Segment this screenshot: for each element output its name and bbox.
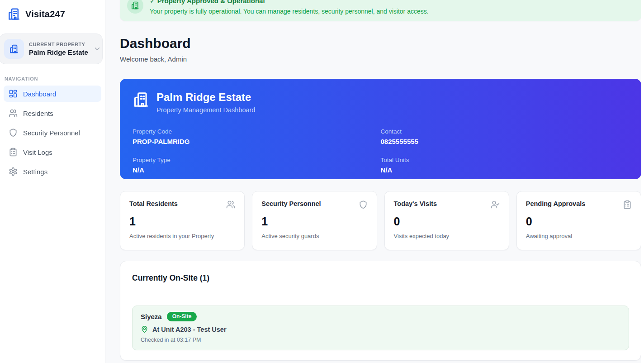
current-property-label: CURRENT PROPERTY bbox=[29, 42, 88, 47]
app-name: Visita247 bbox=[25, 9, 65, 19]
sidebar-nav: Dashboard Residents Security Personnel bbox=[0, 86, 105, 183]
stat-subtitle: Awaiting approval bbox=[526, 233, 632, 239]
field-label: Property Type bbox=[133, 157, 381, 163]
nav-item-label: Residents bbox=[23, 110, 53, 117]
nav-item-label: Security Personnel bbox=[23, 129, 80, 137]
field-label: Total Units bbox=[381, 157, 629, 163]
sidebar-item-security-personnel[interactable]: Security Personnel bbox=[4, 124, 101, 141]
sidebar-footer-divider bbox=[0, 356, 105, 363]
banner-title: ✓ Property Approved & Operational bbox=[150, 0, 429, 5]
field-value: N/A bbox=[381, 166, 629, 174]
property-field-contact: Contact 0825555555 bbox=[381, 128, 629, 145]
stat-value: 0 bbox=[526, 215, 632, 228]
sidebar-item-settings[interactable]: Settings bbox=[4, 163, 101, 180]
visitor-checkin-time: Checked in at 03:17 PM bbox=[141, 337, 620, 343]
building-icon bbox=[127, 0, 143, 14]
app-logo: Visita247 bbox=[0, 0, 105, 21]
nav-item-label: Visit Logs bbox=[23, 148, 52, 156]
users-icon bbox=[226, 200, 235, 209]
chevron-down-icon[interactable] bbox=[93, 45, 101, 53]
building-icon bbox=[133, 91, 150, 108]
navigation-section-label: NAVIGATION bbox=[0, 64, 105, 86]
page-title: Dashboard bbox=[120, 36, 641, 51]
map-pin-icon bbox=[141, 325, 148, 333]
field-label: Contact bbox=[381, 128, 629, 135]
property-field-code: Property Code PROP-PALMRIDG bbox=[133, 128, 381, 145]
sidebar-item-residents[interactable]: Residents bbox=[4, 105, 101, 121]
field-value: N/A bbox=[133, 166, 381, 174]
stat-title: Total Residents bbox=[129, 200, 178, 207]
sidebar: Visita247 CURRENT PROPERTY Palm Ridge Es… bbox=[0, 0, 105, 363]
stat-title: Pending Approvals bbox=[526, 200, 586, 207]
sidebar-item-visit-logs[interactable]: Visit Logs bbox=[4, 144, 101, 160]
scrollbar-track[interactable] bbox=[641, 0, 644, 363]
stat-subtitle: Active residents in your Property bbox=[129, 233, 235, 239]
field-value: PROP-PALMRIDG bbox=[133, 138, 381, 145]
shield-icon bbox=[9, 128, 18, 137]
building-icon bbox=[4, 39, 24, 59]
property-field-units: Total Units N/A bbox=[381, 157, 629, 174]
current-property-name: Palm Ridge Estate bbox=[29, 48, 88, 56]
stat-title: Today's Visits bbox=[394, 200, 437, 207]
users-icon bbox=[9, 109, 18, 118]
stat-card-total-residents: Total Residents 1 Active residents in yo… bbox=[120, 191, 245, 250]
visitor-name: Siyeza bbox=[141, 313, 162, 320]
stat-value: 1 bbox=[261, 215, 367, 228]
visitor-location: At Unit A203 - Test User bbox=[152, 326, 227, 333]
main-content: ✓ Property Approved & Operational Your p… bbox=[105, 0, 644, 363]
stat-value: 0 bbox=[394, 215, 500, 228]
shield-icon bbox=[359, 200, 368, 209]
stat-card-pending-approvals: Pending Approvals 0 Awaiting approval bbox=[516, 191, 641, 250]
property-card-subtitle: Property Management Dashboard bbox=[156, 106, 255, 114]
stat-subtitle: Active security guards bbox=[261, 233, 367, 239]
stat-subtitle: Visits expected today bbox=[394, 233, 500, 239]
user-check-icon bbox=[491, 200, 500, 209]
stat-card-security-personnel: Security Personnel 1 Active security gua… bbox=[252, 191, 377, 250]
onsite-visitor-row[interactable]: Siyeza On-Site At Unit A203 - Test User … bbox=[132, 306, 629, 350]
banner-message: Your property is fully operational. You … bbox=[150, 8, 429, 15]
welcome-subtitle: Welcome back, Admin bbox=[120, 55, 641, 63]
stat-title: Security Personnel bbox=[261, 200, 321, 207]
nav-item-label: Dashboard bbox=[23, 90, 56, 98]
sidebar-item-dashboard[interactable]: Dashboard bbox=[4, 86, 101, 102]
stat-card-todays-visits: Today's Visits 0 Visits expected today bbox=[384, 191, 509, 250]
current-property-selector[interactable]: CURRENT PROPERTY Palm Ridge Estate bbox=[0, 33, 103, 64]
clipboard-list-icon bbox=[9, 148, 18, 157]
building-logo-icon bbox=[7, 7, 21, 21]
property-overview-card: Palm Ridge Estate Property Management Da… bbox=[120, 79, 641, 179]
field-label: Property Code bbox=[133, 128, 381, 135]
gear-icon bbox=[9, 167, 18, 176]
layout-dashboard-icon bbox=[9, 89, 18, 98]
nav-item-label: Settings bbox=[23, 168, 47, 176]
currently-onsite-title: Currently On-Site (1) bbox=[132, 273, 629, 283]
stats-row: Total Residents 1 Active residents in yo… bbox=[120, 191, 641, 250]
field-value: 0825555555 bbox=[381, 138, 629, 145]
currently-onsite-card: Currently On-Site (1) Siyeza On-Site At … bbox=[120, 261, 641, 361]
clipboard-list-icon bbox=[623, 200, 632, 209]
property-field-type: Property Type N/A bbox=[133, 157, 381, 174]
approval-banner: ✓ Property Approved & Operational Your p… bbox=[120, 0, 641, 21]
stat-value: 1 bbox=[129, 215, 235, 228]
property-name: Palm Ridge Estate bbox=[156, 91, 255, 104]
onsite-status-badge: On-Site bbox=[167, 312, 197, 321]
